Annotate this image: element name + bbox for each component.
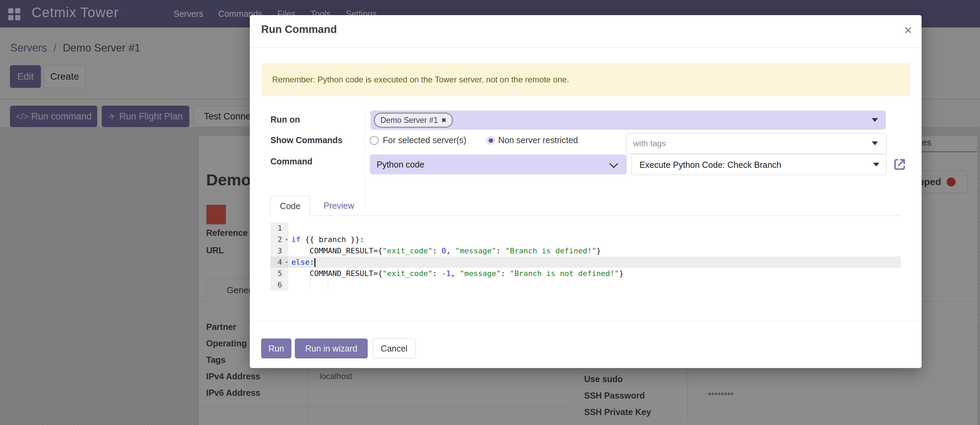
command-caret-icon[interactable] — [873, 163, 879, 167]
gutter-line-number[interactable]: 3 — [270, 245, 288, 257]
code-token: : — [496, 246, 506, 255]
code-editor[interactable]: 12▾34▾56 if {{ branch }}: COMMAND_RESULT… — [270, 222, 901, 290]
gutter-line-number[interactable]: 6 — [270, 279, 288, 290]
with-tags-select[interactable]: with tags — [626, 133, 886, 154]
code-line-2[interactable]: if {{ branch }}: — [288, 234, 901, 245]
command-select[interactable]: Execute Python Code: Check Branch — [632, 154, 886, 175]
app-brand: Cetmix Tower — [32, 5, 119, 20]
modal-header-divider — [250, 48, 921, 48]
code-token: "message" — [455, 246, 496, 255]
code-token: , — [446, 246, 455, 255]
code-token: "Branch is defined!" — [506, 246, 597, 255]
gutter-line-number[interactable]: 2▾ — [270, 234, 288, 245]
modal-footer-divider — [250, 320, 921, 321]
modal-title: Run Command — [261, 23, 337, 36]
code-token: : — [310, 258, 314, 266]
code-line-4[interactable]: else: — [288, 257, 901, 268]
indent-guide — [310, 280, 310, 290]
code-token: "exit_code" — [382, 246, 433, 255]
with-tags-placeholder: with tags — [627, 139, 666, 148]
tag-remove-icon[interactable]: ✖ — [441, 117, 446, 124]
with-tags-caret-icon[interactable] — [872, 141, 878, 145]
screen: Cetmix Tower ServersCommandsFilesToolsSe… — [0, 0, 980, 425]
radio-for-selected-servers-label[interactable]: For selected server(s) — [383, 135, 466, 145]
code-token: if — [291, 235, 301, 244]
run-on-label: Run on — [270, 115, 300, 125]
editor-gutter: 12▾34▾56 — [270, 222, 288, 290]
code-line-6[interactable] — [288, 279, 901, 290]
run-command-modal: Run Command ✕ Remember: Python code is e… — [250, 15, 921, 368]
text-cursor — [314, 258, 315, 267]
close-icon[interactable]: ✕ — [899, 21, 917, 39]
code-token: -1 — [442, 269, 451, 278]
indent-guide — [328, 280, 328, 290]
server-tag: Demo Server #1 ✖ — [374, 113, 453, 128]
radio-for-selected-servers[interactable] — [370, 136, 379, 145]
code-token: {{ branch }}: — [301, 235, 364, 244]
indent-guide — [310, 246, 310, 256]
fold-caret-icon[interactable]: ▾ — [285, 234, 288, 245]
tab-preview[interactable]: Preview — [319, 196, 359, 216]
apps-grid-icon[interactable] — [8, 8, 21, 21]
code-line-5[interactable]: COMMAND_RESULT={"exit_code": -1, "messag… — [288, 268, 901, 279]
code-token: : — [501, 269, 510, 278]
cancel-button[interactable]: Cancel — [372, 338, 416, 358]
code-token: } — [619, 269, 624, 278]
indent-guide — [310, 268, 310, 278]
radio-non-server-restricted-label[interactable]: Non server restricted — [498, 135, 578, 145]
code-token: "exit_code" — [382, 269, 433, 278]
run-button[interactable]: Run — [261, 338, 291, 358]
code-token: } — [596, 246, 601, 255]
code-token: else — [291, 258, 310, 266]
command-value: Execute Python Code: Check Branch — [632, 160, 781, 170]
external-link-icon[interactable] — [892, 157, 907, 172]
gutter-line-number[interactable]: 1 — [270, 222, 288, 234]
warning-alert: Remember: Python code is executed on the… — [262, 63, 910, 96]
command-type-value: Python code — [370, 160, 424, 170]
nav-item-servers[interactable]: Servers — [173, 9, 203, 19]
code-token: , — [451, 269, 460, 278]
warning-text: Remember: Python code is executed on the… — [262, 63, 910, 96]
code-line-3[interactable]: COMMAND_RESULT={"exit_code": 0, "message… — [288, 245, 901, 257]
code-token: COMMAND_RESULT={ — [291, 269, 382, 278]
code-token: : — [433, 246, 442, 255]
radio-non-server-restricted[interactable] — [486, 136, 495, 145]
code-token: : — [433, 269, 442, 278]
tab-strip-border — [270, 216, 901, 216]
tab-code[interactable]: Code — [270, 196, 310, 216]
code-token: COMMAND_RESULT={ — [291, 246, 382, 255]
fold-caret-icon[interactable]: ▾ — [285, 257, 288, 268]
run-on-field[interactable]: Demo Server #1 ✖ — [371, 111, 886, 130]
run-on-caret-icon[interactable] — [872, 118, 878, 122]
editor-lines[interactable]: if {{ branch }}: COMMAND_RESULT={"exit_c… — [288, 222, 901, 290]
form-label-separator — [364, 110, 365, 210]
code-token: "message" — [460, 269, 501, 278]
run-in-wizard-button[interactable]: Run in wizard — [295, 338, 368, 358]
code-token: 0 — [442, 246, 446, 255]
command-type-select[interactable]: Python code — [370, 154, 627, 174]
gutter-line-number[interactable]: 5 — [270, 268, 288, 279]
show-commands-label: Show Commands — [270, 135, 343, 145]
gutter-line-number[interactable]: 4▾ — [270, 257, 288, 268]
server-tag-label: Demo Server #1 — [380, 116, 438, 125]
code-token: "Branch is not defined!" — [510, 269, 619, 278]
command-label: Command — [270, 157, 312, 167]
code-line-1[interactable] — [288, 222, 901, 234]
